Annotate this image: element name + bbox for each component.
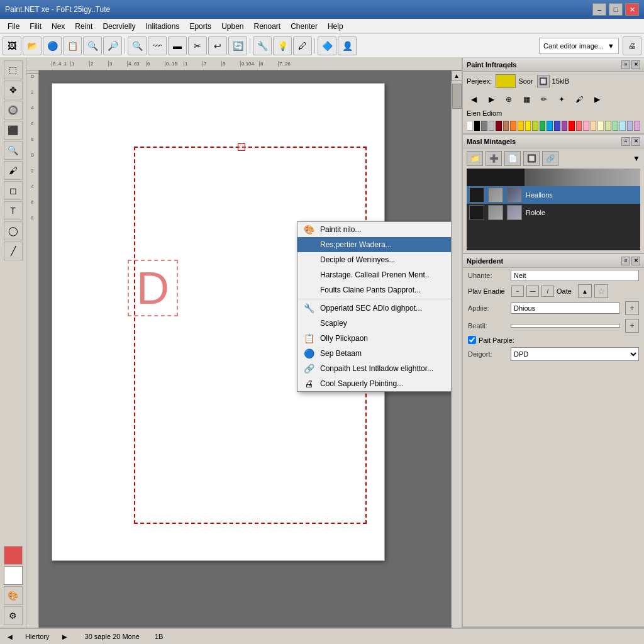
ctx-paintit[interactable]: 🎨 Paintit nilo... [297,222,451,237]
color-chip[interactable] [496,121,502,131]
color-chip[interactable] [576,121,582,131]
tool-arrow-left[interactable]: ◀ [465,92,482,107]
canvas-area[interactable]: D 🎨 Paintit nilo... Res;pertier Wadera..… [39,70,451,628]
tool-lasso[interactable]: 🔘 [4,101,23,119]
tool-color-fg[interactable] [4,546,23,565]
color-chip[interactable] [489,121,495,131]
tool-circle[interactable]: ⊕ [501,92,517,107]
deigort-select[interactable]: DPD [511,347,639,361]
color-chip[interactable] [562,121,568,131]
toolbar-btn-5[interactable]: 🔍 [83,36,102,55]
color-chip[interactable] [613,121,619,131]
toolbar-btn-14[interactable]: 💡 [273,36,292,55]
scroll-up-arrow[interactable]: ▲ [452,70,462,81]
tool-paint[interactable]: 🖌 [4,161,23,180]
toolbar-btn-12[interactable]: 🔄 [228,36,247,55]
toolbar-btn-7[interactable]: 🔍 [128,36,147,55]
menu-filit[interactable]: Filit [25,21,47,32]
mask-dropdown-arrow[interactable]: ▼ [633,154,640,163]
ctx-cool[interactable]: 🖨 Cool Sapuerly Pbinting... [297,376,451,391]
toolbar-btn-9[interactable]: ▬ [168,36,187,55]
apdiie-value[interactable]: Dhious [511,303,620,314]
tool-select[interactable]: ⬚ [4,60,23,79]
close-button[interactable]: ✕ [625,3,639,16]
mask-panel-menu-icon[interactable]: ≡ [621,137,630,146]
color-chip[interactable] [619,121,626,131]
toolbar-extra-btn[interactable]: 🖨 [623,36,641,55]
tool-text[interactable]: T [4,201,23,220]
menu-help[interactable]: Help [323,21,348,32]
mask-tab-2[interactable]: ➕ [486,151,502,166]
ctx-harstage[interactable]: Harstage. Calleail Prenen Ment.. [297,267,451,282]
color-chip[interactable] [525,121,531,131]
toolbar-btn-4[interactable]: 📋 [63,36,82,55]
menu-chenter[interactable]: Chenter [286,21,323,32]
tool-move[interactable]: ✥ [4,80,23,99]
status-nav-right[interactable]: ▶ [60,631,70,641]
tool-crop[interactable]: ⬛ [4,121,23,140]
maximize-button[interactable]: □ [609,3,623,16]
toolbar-btn-3[interactable]: 🔵 [43,36,62,55]
tool-star[interactable]: ✦ [553,92,570,107]
mask-tab-4[interactable]: 🔲 [523,151,540,166]
minimize-button[interactable]: – [592,3,606,16]
color-chip[interactable] [547,121,553,131]
color-chip[interactable] [532,121,538,131]
tool-color-bg[interactable] [4,566,23,585]
ctx-conpaith[interactable]: 🔗 Conpaith Lest Intlladow elighttor... [297,361,451,376]
prop-panel-menu-icon[interactable]: ≡ [621,257,630,265]
ctx-scapley[interactable]: Scapley [297,316,451,331]
color-chip[interactable] [597,121,604,131]
mask-tab-1[interactable]: 📁 [467,151,483,166]
plav-btn-slash[interactable]: / [541,286,554,297]
ctx-olly[interactable]: 📋 Olly Piickpaon [297,331,451,346]
scroll-thumb-v[interactable] [452,84,462,109]
toolbar-btn-10[interactable]: ✂ [188,36,207,55]
tool-zoom[interactable]: 🔍 [4,141,23,160]
tool-shape[interactable]: ◯ [4,221,23,240]
mask-panel-close-icon[interactable]: ✕ [631,137,640,146]
toolbar-btn-8[interactable]: 〰 [148,36,167,55]
menu-upben[interactable]: Upben [216,21,248,32]
color-chip[interactable] [554,121,560,131]
color-chip[interactable] [481,121,487,131]
tool-extra-2[interactable]: ⚙ [4,606,23,625]
toolbar-btn-17[interactable]: 👤 [338,36,357,55]
toolbar-btn-open[interactable]: 📂 [23,36,42,55]
toolbar-btn-16[interactable]: 🔷 [318,36,336,55]
tool-brush[interactable]: 🖌 [571,92,587,107]
paint-panel-close-icon[interactable]: ✕ [631,60,640,69]
color-chip[interactable] [569,121,575,131]
color-chip[interactable] [605,121,611,131]
paint-panel-menu-icon[interactable]: ≡ [621,60,630,69]
menu-decrvielly[interactable]: Decrvielly [97,21,140,32]
color-chip[interactable] [503,121,509,131]
color-swatch-box[interactable] [496,74,516,88]
toolbar-dropdown[interactable]: Cant editor image... ▼ [539,38,619,54]
tool-eraser[interactable]: ◻ [4,181,23,200]
tool-extra-1[interactable]: 🎨 [4,586,23,605]
prop-panel-close-icon[interactable]: ✕ [631,257,640,265]
menu-file[interactable]: File [3,21,25,32]
pait-parple-checkbox[interactable] [468,336,476,344]
toolbar-btn-11[interactable]: ↩ [208,36,227,55]
menu-eports[interactable]: Eports [184,21,216,32]
ctx-respertier[interactable]: Res;pertier Wadera... [297,237,451,252]
tool-arrow-right[interactable]: ▶ [483,92,499,107]
color-chip[interactable] [583,121,589,131]
menu-inlitadions[interactable]: Inlitadions [140,21,184,32]
apdiie-expand[interactable]: + [625,301,639,315]
mask-layer-rolole[interactable]: Rolole [467,204,640,221]
color-chip[interactable] [540,121,546,131]
color-chip[interactable] [634,121,640,131]
toolbar-btn-13[interactable]: 🔧 [253,36,272,55]
toolbar-btn-15[interactable]: 🖊 [293,36,312,55]
mask-tab-5[interactable]: 🔗 [542,151,558,166]
mask-layer-heallons[interactable]: Heallons [467,186,640,204]
color-chip[interactable] [510,121,516,131]
plav-up-btn[interactable]: ▲ [578,284,592,298]
menu-reint[interactable]: Reint [70,21,97,32]
status-nav-left[interactable]: ◀ [5,631,15,641]
color-chip[interactable] [474,121,480,131]
ctx-sep[interactable]: 🔵 Sep Betaam [297,346,451,361]
